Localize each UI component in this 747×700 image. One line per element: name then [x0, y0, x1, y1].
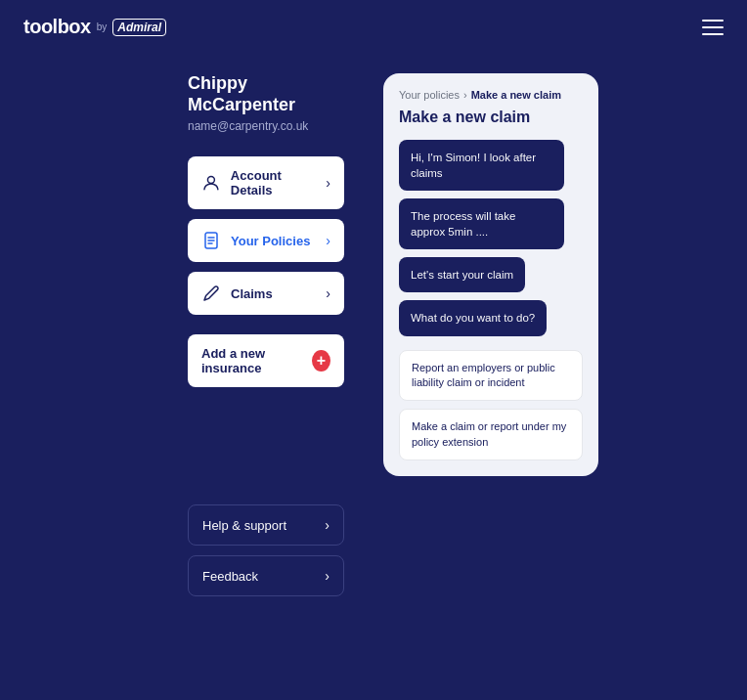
sidebar-item-feedback[interactable]: Feedback ›	[188, 555, 344, 596]
chat-messages: Hi, I'm Simon! I look after claims The p…	[399, 140, 583, 336]
hamburger-menu[interactable]	[702, 20, 724, 35]
sidebar-item-account-details[interactable]: Account Details ›	[188, 156, 344, 209]
help-support-chevron: ›	[325, 517, 330, 533]
your-policies-label: Your Policies	[231, 234, 310, 248]
claim-title: Make a new claim	[399, 109, 583, 126]
edit-icon	[201, 284, 221, 303]
add-new-insurance-button[interactable]: Add a new insurance +	[188, 334, 344, 387]
document-icon	[201, 231, 221, 250]
person-icon	[201, 173, 221, 193]
chat-message-1: Hi, I'm Simon! I look after claims	[399, 140, 564, 191]
logo-admiral-text: Admiral	[112, 19, 166, 36]
feedback-chevron: ›	[325, 568, 330, 584]
sidebar-item-claims[interactable]: Claims ›	[188, 272, 344, 315]
logo-by-text: by	[97, 22, 108, 32]
right-panel: Your policies › Make a new claim Make a …	[383, 73, 598, 596]
account-details-chevron: ›	[326, 175, 330, 191]
nav-item-left-claims: Claims	[201, 284, 273, 303]
help-support-label: Help & support	[202, 518, 286, 533]
claim-options: Report an employers or public liability …	[399, 350, 583, 461]
chat-message-2: The process will take approx 5min ....	[399, 198, 564, 249]
bottom-nav: Help & support › Feedback ›	[188, 504, 344, 596]
main-content: Chippy McCarpenter name@carpentry.co.uk …	[0, 54, 747, 596]
user-email: name@carpentry.co.uk	[188, 119, 344, 133]
chat-message-4: What do you want to do?	[399, 300, 547, 335]
logo: toolbox by Admiral	[23, 16, 166, 38]
nav-items: Account Details › Your Policies	[188, 156, 344, 315]
breadcrumb-separator: ›	[463, 89, 467, 101]
claim-card: Your policies › Make a new claim Make a …	[383, 73, 598, 476]
sidebar: Chippy McCarpenter name@carpentry.co.uk …	[149, 73, 344, 596]
claim-option-1[interactable]: Report an employers or public liability …	[399, 350, 583, 402]
logo-toolbox-text: toolbox	[23, 16, 91, 38]
chat-message-3: Let's start your claim	[399, 257, 525, 292]
breadcrumb-current: Make a new claim	[471, 89, 561, 101]
claims-label: Claims	[231, 286, 273, 301]
hamburger-line-2	[702, 26, 724, 28]
sidebar-item-help-support[interactable]: Help & support ›	[188, 504, 344, 546]
account-details-label: Account Details	[231, 168, 326, 197]
sidebar-item-your-policies[interactable]: Your Policies ›	[188, 219, 344, 262]
hamburger-line-1	[702, 20, 724, 22]
svg-point-0	[207, 177, 214, 184]
feedback-label: Feedback	[202, 569, 258, 584]
nav-item-left: Account Details	[201, 168, 326, 197]
claims-chevron: ›	[326, 285, 330, 301]
breadcrumb: Your policies › Make a new claim	[399, 89, 583, 101]
user-info: Chippy McCarpenter name@carpentry.co.uk	[188, 73, 344, 133]
nav-item-left-policies: Your Policies	[201, 231, 310, 250]
add-insurance-label: Add a new insurance	[201, 346, 312, 375]
claim-option-2[interactable]: Make a claim or report under my policy e…	[399, 409, 583, 460]
breadcrumb-parent: Your policies	[399, 89, 460, 101]
hamburger-line-3	[702, 33, 724, 35]
your-policies-chevron: ›	[326, 233, 330, 248]
user-name: Chippy McCarpenter	[188, 73, 344, 115]
add-insurance-plus-icon: +	[312, 350, 330, 372]
header: toolbox by Admiral	[0, 0, 747, 54]
